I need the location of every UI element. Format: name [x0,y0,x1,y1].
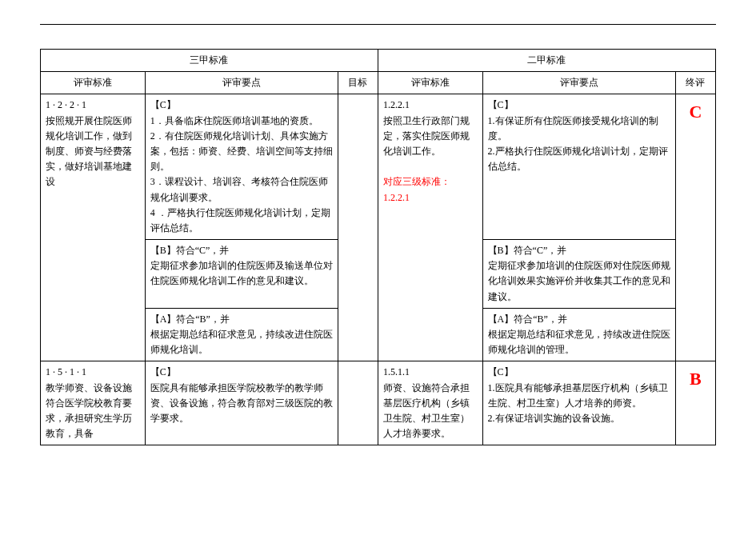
row1-stdA: 1 · 2 · 2 · 1 按照规开展住院医师规化培训工作，做到制度、师资与经费… [41,94,146,361]
row1-ptsB-a-label: 【A】符合“B”，并 [488,313,567,325]
header-ptsB: 评审要点 [482,72,675,94]
row2-goal [338,361,378,445]
row1-ptsB-a: 【A】符合“B”，并 根据定期总结和征求意见，持续改进住院医师规化培训的管理。 [482,308,675,361]
row1-stdB-note-label: 对应三级标准： [383,176,450,187]
row1-ptsB-b: 【B】符合“C”，并 定期征求参加培训的住院医师对住院医师规化培训效果实施评价并… [482,240,675,309]
row1-ptsA-b: 【B】符合“C”，并 定期征求参加培训的住院医师及输送单位对住院医师规化培训工作… [145,240,338,309]
row1-ptsA-c-2: 2．有住院医师规化培训计划、具体实施方案，包括：师资、经费、培训空间等支持细则。 [150,130,333,172]
row2-stdA-id: 1 · 5 · 1 · 1 [46,366,86,377]
row1-ptsA-b-text: 定期征求参加培训的住院医师及输送单位对住院医师规化培训工作的意见和建议。 [150,260,333,286]
row2-ptsB-c-1: 1.医院具有能够承担基层医疗机构（乡镇卫生院、村卫生室）人才培养的师资。 [488,382,668,409]
row1-ptsA-a-label: 【A】符合“B”，并 [150,313,230,325]
row2-main: 1 · 5 · 1 · 1 教学师资、设备设施符合医学院校教育要求，承担研究生学… [41,361,716,445]
row1-ptsA-c-3: 3．课程设计、培训容、考核符合住院医师规化培训要求。 [150,176,328,202]
row2-stdA-text: 教学师资、设备设施符合医学院校教育要求，承担研究生学历教育，具备 [46,382,132,440]
header-goal: 目标 [338,72,378,94]
row1-stdA-id: 1 · 2 · 2 · 1 [46,99,86,110]
row2-ptsB-c: 【C】 1.医院具有能够承担基层医疗机构（乡镇卫生院、村卫生室）人才培养的师资。… [482,361,675,445]
standards-table: 三甲标准 二甲标准 评审标准 评审要点 目标 评审标准 评审要点 终评 1 · … [40,49,716,445]
row2-stdB: 1.5.1.1 师资、设施符合承担基层医疗机构（乡镇卫生院、村卫生室）人才培养要… [378,361,482,445]
row1-final-grade: C [675,94,715,361]
row1-ptsB-c-1: 1.有保证所有住院医师接受规化培训的制度。 [488,115,658,142]
header-stdB: 评审标准 [378,72,482,94]
row1-stdB: 1.2.2.1 按照卫生行政部门规定，落实住院医师规化培训工作。 对应三级标准：… [378,94,482,361]
row1-goal [338,94,378,361]
header-row-cols: 评审标准 评审要点 目标 评审标准 评审要点 终评 [41,72,716,94]
row1-ptsB-c: 【C】 1.有保证所有住院医师接受规化培训的制度。 2.严格执行住院医师规化培训… [482,94,675,240]
row1-ptsA-c: 【C】 1．具备临床住院医师培训基地的资质。 2．有住院医师规化培训计划、具体实… [145,94,338,240]
row1-ptsB-a-text: 根据定期总结和征求意见，持续改进住院医师规化培训的管理。 [488,329,670,355]
row2-stdB-text: 师资、设施符合承担基层医疗机构（乡镇卫生院、村卫生室）人才培养要求。 [383,382,470,440]
row2-stdA: 1 · 5 · 1 · 1 教学师资、设备设施符合医学院校教育要求，承担研究生学… [41,361,146,445]
header-group-b: 二甲标准 [378,50,715,72]
row2-ptsA-c-label: 【C】 [150,366,176,377]
row2-final-grade: B [675,361,715,445]
row1-stdB-id: 1.2.2.1 [383,99,410,110]
row1-stdA-text: 按照规开展住院医师规化培训工作，做到制度、师资与经费落实，做好培训基地建设 [46,115,132,188]
row1-stdB-text: 按照卫生行政部门规定，落实住院医师规化培训工作。 [383,115,470,157]
row1-ptsB-c-label: 【C】 [488,99,514,110]
header-final: 终评 [675,72,715,94]
row1-ptsA-a-text: 根据定期总结和征求意见，持续改进住院医师规化培训。 [150,329,333,355]
row2-ptsA-c: 【C】 医院具有能够承担医学院校教学的教学师资、设备设施，符合教育部对三级医院的… [145,361,338,445]
header-row-groups: 三甲标准 二甲标准 [41,50,716,72]
row1-ptsB-b-label: 【B】符合“C”，并 [488,245,567,256]
row1-ptsA-c-1: 1．具备临床住院医师培训基地的资质。 [150,115,318,126]
header-stdA: 评审标准 [41,72,146,94]
row1-ptsA-c-4: 4 ．严格执行住院医师规化培训计划，定期评估总结。 [150,207,330,234]
top-rule [40,24,716,25]
row1-ptsA-a: 【A】符合“B”，并 根据定期总结和征求意见，持续改进住院医师规化培训。 [145,308,338,361]
header-group-a: 三甲标准 [41,50,378,72]
row1-ptsB-b-text: 定期征求参加培训的住院医师对住院医师规化培训效果实施评价并收集其工作的意见和建议… [488,260,670,301]
row1-ptsA-b-label: 【B】符合“C”，并 [150,245,230,256]
header-ptsA: 评审要点 [145,72,338,94]
row1-stdB-note-ref: 1.2.2.1 [383,192,410,203]
row1-ptsB-c-2: 2.严格执行住院医师规化培训计划，定期评估总结。 [488,146,668,172]
row1-main: 1 · 2 · 2 · 1 按照规开展住院医师规化培训工作，做到制度、师资与经费… [41,94,716,240]
row2-stdB-id: 1.5.1.1 [383,366,410,377]
row2-ptsA-c-text: 医院具有能够承担医学院校教学的教学师资、设备设施，符合教育部对三级医院的教学要求… [150,382,333,424]
row1-ptsA-c-label: 【C】 [150,99,176,110]
row2-ptsB-c-2: 2.有保证培训实施的设备设施。 [488,413,620,424]
row2-ptsB-c-label: 【C】 [488,366,514,377]
